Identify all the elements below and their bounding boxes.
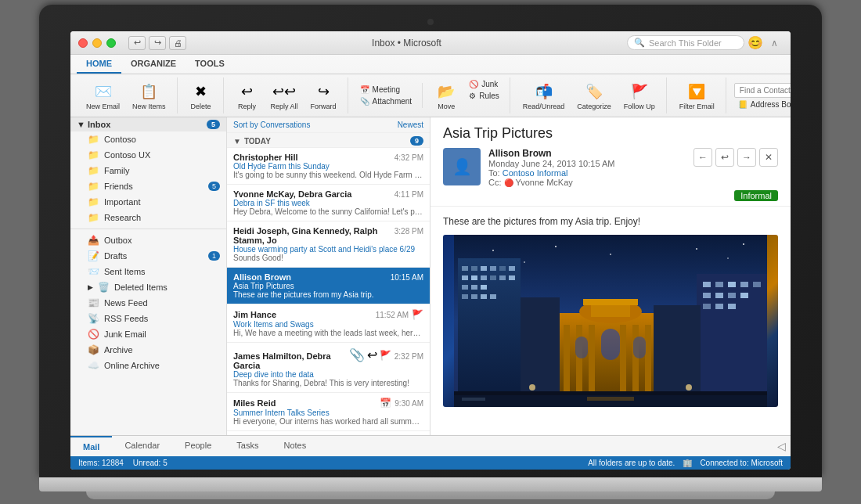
email-item-2[interactable]: Heidi Joseph, Gina Kennedy, Ralph Stamm,…	[227, 221, 430, 268]
attachment-icon: 📎	[360, 97, 369, 106]
close-button[interactable]	[78, 38, 88, 48]
nav-item-mail[interactable]: Mail	[70, 436, 112, 456]
delete-button[interactable]: ✖ Delete	[186, 79, 217, 112]
sidebar-item-archive[interactable]: 📦 Archive	[70, 342, 226, 358]
forward-button[interactable]: ↪ Forward	[306, 79, 341, 112]
email-preview: Hi everyone, Our interns has worked hard…	[233, 417, 423, 426]
email-item-top: James Halmilton, Debra Garcia 📎 ↩ 🚩 2:32…	[233, 347, 423, 370]
email-subject: Old Hyde Farm this Sunday	[233, 162, 423, 171]
filter-email-button[interactable]: 🔽 Filter Email	[675, 79, 719, 112]
sidebar-item-sent[interactable]: 📨 Sent Items	[70, 264, 226, 279]
sidebar-item-deleted[interactable]: ▶ 🗑️ Deleted Items	[70, 279, 226, 295]
sidebar-item-family[interactable]: 📁 Family	[70, 163, 226, 178]
categorize-button[interactable]: 🏷️ Categorize	[572, 79, 616, 112]
email-item-0[interactable]: Christopher Hill 4:32 PM Old Hyde Farm t…	[227, 148, 430, 185]
sent-icon: 📨	[88, 266, 99, 277]
rules-label: Rules	[479, 92, 499, 100]
reply-all-button[interactable]: ↩↩ Reply All	[266, 79, 303, 112]
email-item-1[interactable]: Yvonne McKay, Debra Garcia 4:11 PM Debra…	[227, 185, 430, 221]
move-button[interactable]: 📂 Move	[430, 79, 462, 112]
find-contact-input[interactable]	[734, 83, 791, 98]
newest-label[interactable]: Newest	[398, 121, 423, 129]
sidebar-item-outbox[interactable]: 📤 Outbox	[70, 232, 226, 248]
reading-nav: ← ↩ → ✕	[693, 148, 778, 167]
email-preview: Hey Debra, Welcome to the sunny Californ…	[233, 207, 423, 216]
maximize-button[interactable]	[106, 38, 116, 48]
sender-avatar: 👤	[443, 148, 481, 185]
sort-conversations[interactable]: Sort by Conversations	[233, 121, 310, 129]
address-book-button[interactable]: 📒 Address Book	[734, 99, 791, 110]
categorize-label: Categorize	[577, 103, 611, 110]
sidebar-item-online-archive[interactable]: ☁️ Online Archive	[70, 358, 226, 373]
read-unread-icon: 📬	[533, 81, 555, 103]
meeting-button[interactable]: 📅 Meeting	[356, 85, 416, 95]
sidebar-item-important[interactable]: 📁 Important	[70, 194, 226, 210]
delete-label: Delete	[191, 103, 211, 110]
new-items-icon: 📋	[138, 81, 160, 103]
collapse-pane-icon[interactable]: ◁	[777, 440, 786, 452]
minimize-button[interactable]	[92, 38, 102, 48]
forward-icon: ↪	[312, 81, 334, 103]
email-item-5[interactable]: James Halmilton, Debra Garcia 📎 ↩ 🚩 2:32…	[227, 343, 430, 393]
email-time: 4:11 PM	[394, 190, 423, 199]
rules-icon: ⚙	[469, 92, 476, 100]
back-btn[interactable]: ↩	[128, 36, 146, 50]
sidebar-item-news[interactable]: 📰 News Feed	[70, 295, 226, 311]
email-item-6[interactable]: Miles Reid 📅 9:30 AM Summer Intern Talks…	[227, 393, 430, 431]
reply-all-label: Reply All	[271, 103, 298, 110]
sidebar-item-label: Drafts	[104, 251, 127, 261]
svg-point-58	[686, 384, 692, 391]
folder-icon: 📁	[88, 149, 99, 160]
sidebar-item-contoso-ux[interactable]: 📁 Contoso UX	[70, 147, 226, 163]
nav-next-button[interactable]: →	[737, 148, 756, 167]
svg-rect-14	[509, 266, 515, 271]
svg-rect-61	[462, 398, 485, 401]
email-time: 10:15 AM	[391, 273, 423, 282]
nav-item-tasks[interactable]: Tasks	[224, 436, 271, 456]
svg-rect-40	[583, 299, 638, 305]
follow-up-button[interactable]: 🚩 Follow Up	[619, 79, 660, 112]
attachment-button[interactable]: 📎 Attachment	[356, 96, 416, 106]
svg-rect-37	[601, 329, 620, 360]
tab-tools[interactable]: TOOLS	[186, 55, 234, 74]
sidebar-item-drafts[interactable]: 📝 Drafts 1	[70, 248, 226, 264]
new-email-button[interactable]: ✉️ New Email	[81, 79, 124, 112]
nav-close-button[interactable]: ✕	[759, 148, 778, 167]
junk-button[interactable]: 🚫 Junk	[465, 79, 503, 89]
emoji-btn[interactable]: 😊	[744, 34, 766, 52]
sidebar-item-friends[interactable]: 📁 Friends 5	[70, 178, 226, 194]
svg-rect-23	[481, 285, 487, 290]
attachment-label: Attachment	[373, 97, 412, 106]
tab-organize[interactable]: ORGANIZE	[121, 55, 186, 74]
new-items-button[interactable]: 📋 New Items	[128, 79, 171, 112]
email-item-3[interactable]: Allison Brown 10:15 AM Asia Trip Picture…	[227, 268, 430, 304]
print-btn[interactable]: 🖨	[169, 36, 186, 50]
sidebar-item-label: Contoso	[104, 135, 136, 144]
reply-button[interactable]: ↩ Reply	[232, 79, 263, 112]
sidebar-item-rss[interactable]: 📡 RSS Feeds	[70, 311, 226, 326]
rules-button[interactable]: ⚙ Rules	[465, 91, 503, 101]
folder-icon: 📁	[88, 134, 99, 145]
search-placeholder: Search This Folder	[649, 38, 722, 48]
sidebar-item-label: News Feed	[104, 298, 148, 308]
forward-btn[interactable]: ↪	[149, 36, 166, 50]
ribbon-collapse[interactable]: ∧	[766, 36, 783, 50]
sidebar-item-research[interactable]: 📁 Research	[70, 210, 226, 225]
sidebar-item-contoso[interactable]: 📁 Contoso	[70, 131, 226, 147]
read-unread-button[interactable]: 📬 Read/Unread	[518, 79, 570, 112]
nav-back-button[interactable]: ←	[693, 148, 712, 167]
nav-prev-button[interactable]: ↩	[715, 148, 734, 167]
group-label: TODAY	[244, 137, 271, 146]
search-folder[interactable]: 🔍 Search This Folder	[627, 35, 744, 50]
nav-item-notes[interactable]: Notes	[271, 436, 319, 456]
tab-home[interactable]: HOME	[77, 55, 121, 74]
nav-item-calendar[interactable]: Calendar	[112, 436, 172, 456]
svg-rect-38	[575, 337, 588, 358]
connected-label: Connected to: Microsoft	[700, 459, 783, 467]
news-icon: 📰	[88, 297, 99, 308]
sidebar-item-junk[interactable]: 🚫 Junk Email	[70, 326, 226, 342]
email-item-4[interactable]: Jim Hance 11:52 AM 🚩 Work Items and Swag…	[227, 304, 430, 343]
sidebar-inbox-header[interactable]: ▼ Inbox 5	[70, 117, 226, 131]
email-time: 11:52 AM	[376, 311, 409, 319]
nav-item-people[interactable]: People	[172, 436, 224, 456]
